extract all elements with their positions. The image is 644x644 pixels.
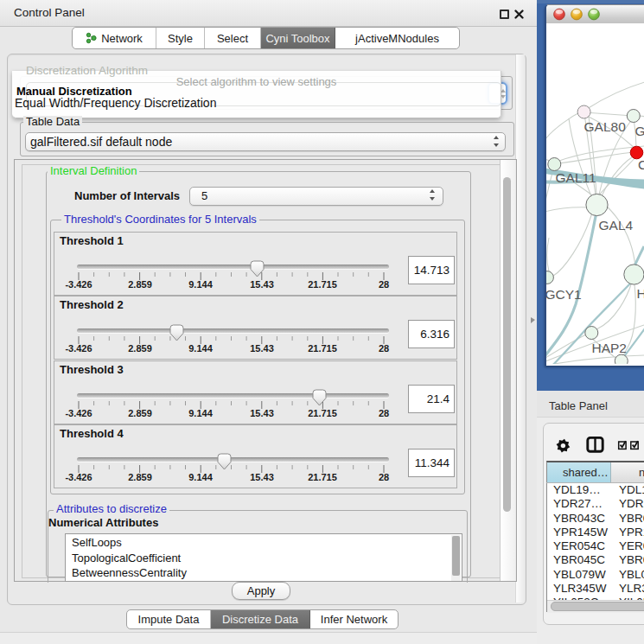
svg-text:GA: GA bbox=[635, 124, 644, 138]
svg-text:HAP2: HAP2 bbox=[592, 341, 628, 355]
svg-text:HI: HI bbox=[637, 286, 644, 301]
svg-text:GAL11: GAL11 bbox=[556, 170, 596, 185]
svg-text:GAL4: GAL4 bbox=[599, 218, 634, 233]
svg-text:GCY1: GCY1 bbox=[546, 287, 582, 302]
svg-text:GAL80: GAL80 bbox=[584, 119, 627, 134]
svg-text:C: C bbox=[638, 157, 644, 172]
